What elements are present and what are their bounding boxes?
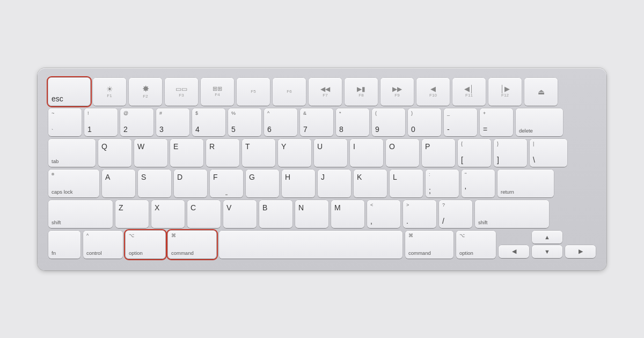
- key-w[interactable]: W: [134, 139, 167, 167]
- key-b[interactable]: B: [259, 200, 292, 228]
- key-l[interactable]: L: [390, 170, 423, 197]
- key-q[interactable]: Q: [98, 139, 131, 167]
- key-period[interactable]: > .: [403, 200, 436, 228]
- key-space[interactable]: [219, 231, 402, 259]
- key-f11[interactable]: ◀│ F11: [452, 78, 486, 106]
- key-t[interactable]: T: [242, 139, 275, 167]
- key-d[interactable]: D: [174, 170, 207, 197]
- key-o[interactable]: O: [386, 139, 419, 167]
- key-slash[interactable]: ? /: [439, 200, 472, 228]
- key-arrow-left[interactable]: ◀: [499, 245, 529, 258]
- key-v[interactable]: V: [223, 200, 257, 228]
- key-y[interactable]: Y: [278, 139, 311, 167]
- arrow-key-group: ▲ ◀ ▼ ▶: [499, 231, 596, 259]
- arrow-spacer: [499, 231, 529, 244]
- key-option-right[interactable]: ⌥ option: [456, 231, 496, 259]
- key-u[interactable]: U: [314, 139, 347, 167]
- key-8[interactable]: * 8: [336, 108, 369, 136]
- key-f5[interactable]: F5: [237, 78, 270, 106]
- key-equals[interactable]: + =: [480, 108, 513, 136]
- key-minus[interactable]: _ -: [444, 108, 477, 136]
- key-f10[interactable]: ◀ F10: [416, 78, 450, 106]
- key-f12[interactable]: │▶ F12: [488, 78, 522, 106]
- key-2[interactable]: @ 2: [120, 108, 153, 136]
- arrow-spacer2: [565, 231, 596, 244]
- key-6[interactable]: ^ 6: [264, 108, 297, 136]
- key-f8[interactable]: ▶▮ F8: [345, 78, 378, 106]
- key-r[interactable]: R: [206, 139, 239, 167]
- key-0[interactable]: ) 0: [408, 108, 441, 136]
- key-comma[interactable]: < ,: [367, 200, 400, 228]
- key-fn[interactable]: fn: [48, 231, 80, 259]
- key-esc[interactable]: esc: [48, 78, 90, 106]
- key-f1[interactable]: ☀ F1: [93, 78, 126, 106]
- key-arrow-down[interactable]: ▼: [532, 245, 562, 258]
- key-f[interactable]: F: [210, 170, 243, 197]
- capslock-dot: [52, 173, 54, 175]
- key-9[interactable]: ( 9: [372, 108, 405, 136]
- key-i[interactable]: I: [350, 139, 383, 167]
- key-quote[interactable]: " ': [462, 170, 495, 197]
- key-m[interactable]: M: [331, 200, 364, 228]
- key-3[interactable]: # 3: [156, 108, 189, 136]
- key-command-right[interactable]: ⌘ command: [405, 231, 453, 259]
- key-capslock[interactable]: caps lock: [48, 170, 99, 197]
- key-n[interactable]: N: [295, 200, 328, 228]
- key-delete[interactable]: delete: [516, 108, 563, 136]
- zxcv-row: shift Z X C V B N M < , > .: [48, 200, 596, 228]
- key-j[interactable]: J: [318, 170, 351, 197]
- key-option-left[interactable]: ⌥ option: [126, 231, 165, 259]
- key-semicolon[interactable]: : ;: [426, 170, 459, 197]
- key-arrow-up[interactable]: ▲: [532, 231, 562, 244]
- number-row: ~ ` ! 1 @ 2 # 3 $ 4 % 5 ^ 6 & 7: [48, 108, 596, 136]
- fn-row: esc ☀ F1 ✸ F2 ▭▭ F3 ⊞⊞ F4 F5 F6 ◀◀ F7 ▶▮: [48, 78, 596, 106]
- arrow-row-bottom: ◀ ▼ ▶: [499, 245, 596, 258]
- asdf-row: caps lock A S D F G H J K L :: [48, 170, 596, 197]
- key-e[interactable]: E: [170, 139, 203, 167]
- key-control[interactable]: ^ control: [83, 231, 123, 259]
- key-tab[interactable]: tab: [48, 139, 96, 167]
- key-f2[interactable]: ✸ F2: [129, 78, 162, 106]
- key-command-left[interactable]: ⌘ command: [168, 231, 216, 259]
- key-h[interactable]: H: [282, 170, 315, 197]
- key-rbracket[interactable]: } ]: [494, 139, 527, 167]
- key-f4[interactable]: ⊞⊞ F4: [201, 78, 234, 106]
- key-arrow-right[interactable]: ▶: [565, 245, 596, 258]
- key-a[interactable]: A: [102, 170, 135, 197]
- key-f3[interactable]: ▭▭ F3: [165, 78, 198, 106]
- bottom-row: fn ^ control ⌥ option ⌘ command ⌘ comman…: [48, 231, 596, 259]
- keyboard: esc ☀ F1 ✸ F2 ▭▭ F3 ⊞⊞ F4 F5 F6 ◀◀ F7 ▶▮: [38, 68, 606, 270]
- key-s[interactable]: S: [138, 170, 171, 197]
- key-4[interactable]: $ 4: [192, 108, 225, 136]
- key-7[interactable]: & 7: [300, 108, 333, 136]
- key-shift-right[interactable]: shift: [475, 200, 549, 228]
- key-f6[interactable]: F6: [273, 78, 306, 106]
- key-f7[interactable]: ◀◀ F7: [309, 78, 342, 106]
- key-k[interactable]: K: [354, 170, 387, 197]
- key-lbracket[interactable]: { [: [458, 139, 491, 167]
- key-c[interactable]: C: [187, 200, 221, 228]
- key-backtick[interactable]: ~ `: [48, 108, 82, 136]
- arrow-row-top: ▲: [499, 231, 596, 244]
- key-eject[interactable]: ⏏: [524, 78, 558, 106]
- key-x[interactable]: X: [151, 200, 185, 228]
- key-f9[interactable]: ▶▶ F9: [380, 78, 414, 106]
- key-g[interactable]: G: [246, 170, 279, 197]
- key-return[interactable]: return: [497, 170, 554, 197]
- key-1[interactable]: ! 1: [84, 108, 118, 136]
- key-shift-left[interactable]: shift: [48, 200, 113, 228]
- key-z[interactable]: Z: [115, 200, 149, 228]
- key-5[interactable]: % 5: [228, 108, 261, 136]
- key-p[interactable]: P: [422, 139, 455, 167]
- qwerty-row: tab Q W E R T Y U I O P: [48, 139, 596, 167]
- key-backslash[interactable]: | \: [530, 139, 567, 167]
